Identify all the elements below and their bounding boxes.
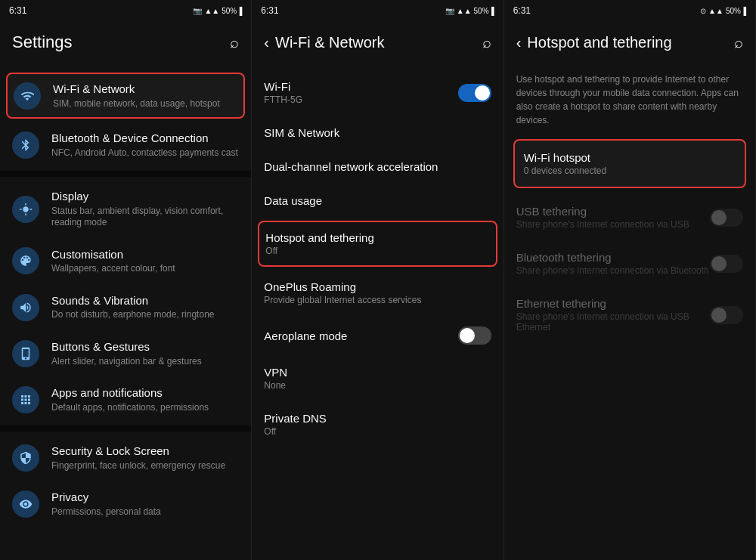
wifi-title: Wi-Fi [264,80,457,93]
hotspot-panel: 6:31 ⊙ ▲▲ 50%▐ ‹ Hotspot and tethering ⌕… [504,0,756,560]
bluetooth-item[interactable]: Bluetooth & Device Connection NFC, Andro… [0,122,251,168]
bt-tethering-toggle[interactable] [710,255,743,273]
search-icon-main[interactable]: ⌕ [230,34,239,51]
hotspot-tethering-item[interactable]: Hotspot and tethering Off [258,221,497,267]
search-icon-wifi[interactable]: ⌕ [482,34,491,51]
wifi-network-title: Wi-Fi & Network [53,82,237,97]
battery-icon-3: 50%▐ [726,7,746,15]
vpn-item[interactable]: VPN None [252,355,503,401]
usb-tethering-item[interactable]: USB tethering Share phone's Internet con… [504,194,755,240]
buttons-text: Buttons & Gestures Alert slider, navigat… [51,339,239,367]
wifi-header-title: Wi-Fi & Network [275,34,384,51]
eth-tethering-subtitle: Share phone's Internet connection via US… [516,311,710,333]
display-text: Display Status bar, ambient display, vis… [51,189,239,229]
bluetooth-icon [12,131,39,159]
bt-tethering-text: Bluetooth tethering Share phone's Intern… [516,251,710,276]
wifi-back-nav: ‹ Wi-Fi & Network [264,34,482,51]
usb-tethering-title: USB tethering [516,205,710,218]
status-icons-1: 📷 ▲▲ 50%▐ [193,7,242,15]
privacy-icon [12,490,39,518]
bluetooth-tethering-item[interactable]: Bluetooth tethering Share phone's Intern… [504,240,755,286]
data-usage-item[interactable]: Data usage [252,184,503,218]
status-icons-3: ⊙ ▲▲ 50%▐ [700,7,746,15]
wifi-toggle-knob [475,85,490,101]
private-dns-title: Private DNS [264,412,491,425]
apps-icon [12,386,39,413]
hotspot-tethering-title: Hotspot and tethering [265,231,489,244]
sounds-title: Sounds & Vibration [51,293,239,308]
wifi-network-item[interactable]: Wi-Fi & Network SIM, mobile network, dat… [6,73,245,119]
usb-tethering-subtitle: Share phone's Internet connection via US… [516,219,710,230]
signal-icon: ▲▲ [204,7,219,15]
usb-tethering-toggle[interactable] [710,209,743,227]
main-header: Settings ⌕ [0,21,251,63]
status-bar-1: 6:31 📷 ▲▲ 50%▐ [0,0,251,21]
bluetooth-text: Bluetooth & Device Connection NFC, Andro… [51,131,239,159]
wifi-settings-list: Wi-Fi FTTH-5G SIM & Network Dual-channel… [252,63,503,560]
security-text: Security & Lock Screen Fingerprint, face… [51,444,239,472]
wifi-subtitle: FTTH-5G [264,94,457,105]
bt-tethering-subtitle: Share phone's Internet connection via Bl… [516,265,710,276]
sim-network-title: SIM & Network [264,126,491,139]
security-item[interactable]: Security & Lock Screen Fingerprint, face… [0,435,251,481]
customisation-icon [12,247,39,274]
private-dns-item[interactable]: Private DNS Off [252,401,503,447]
wifi-network-text: Wi-Fi & Network SIM, mobile network, dat… [53,82,237,110]
buttons-icon [12,340,39,367]
status-time-3: 6:31 [513,5,531,16]
apps-title: Apps and notifications [51,385,239,401]
aeroplane-text: Aeroplane mode [264,330,457,342]
back-arrow-icon[interactable]: ‹ [264,34,269,51]
wifi-toggle-item[interactable]: Wi-Fi FTTH-5G [252,70,503,116]
usb-toggle-knob [711,210,727,225]
screenshot-icon-2: 📷 [445,7,454,15]
display-subtitle: Status bar, ambient display, vision comf… [51,206,239,229]
status-time-2: 6:31 [261,5,278,16]
security-title: Security & Lock Screen [51,444,239,459]
main-settings-list: Wi-Fi & Network SIM, mobile network, dat… [0,63,251,560]
eth-tethering-toggle[interactable] [710,306,743,324]
display-item[interactable]: Display Status bar, ambient display, vis… [0,180,251,238]
signal-icon-3: ▲▲ [708,7,723,15]
wifi-toggle[interactable] [458,84,491,102]
hotspot-tethering-subtitle: Off [265,246,489,256]
divider-2 [0,425,251,432]
hotspot-header: ‹ Hotspot and tethering ⌕ [504,21,755,63]
privacy-item[interactable]: Privacy Permissions, personal data [0,481,251,527]
hotspot-back-nav: ‹ Hotspot and tethering [516,34,734,51]
wifi-network-subtitle: SIM, mobile network, data usage, hotspot [53,98,237,110]
sim-network-item[interactable]: SIM & Network [252,116,503,150]
privacy-subtitle: Permissions, personal data [51,506,239,518]
apps-item[interactable]: Apps and notifications Default apps, not… [0,376,251,422]
eth-tethering-text: Ethernet tethering Share phone's Interne… [516,297,710,333]
back-arrow-icon-hotspot[interactable]: ‹ [516,34,522,51]
status-bar-2: 6:31 📷 ▲▲ 50%▐ [252,0,503,21]
apps-subtitle: Default apps, notifications, permissions [51,402,239,414]
aeroplane-item[interactable]: Aeroplane mode [252,316,503,355]
oneplus-roaming-item[interactable]: OnePlus Roaming Provide global Internet … [252,270,503,316]
vpn-subtitle: None [264,380,491,391]
screenshot-icon: 📷 [193,7,202,15]
search-icon-hotspot[interactable]: ⌕ [734,34,743,51]
dual-channel-item[interactable]: Dual-channel network acceleration [252,150,503,184]
bluetooth-subtitle: NFC, Android Auto, contactless payments … [51,147,239,159]
sounds-icon [12,294,39,321]
vpn-title: VPN [264,366,491,379]
buttons-item[interactable]: Buttons & Gestures Alert slider, navigat… [0,330,251,376]
oneplus-roaming-title: OnePlus Roaming [264,280,491,293]
customisation-text: Customisation Wallpapers, accent colour,… [51,247,239,275]
customisation-item[interactable]: Customisation Wallpapers, accent colour,… [0,238,251,284]
buttons-title: Buttons & Gestures [51,339,239,354]
sounds-item[interactable]: Sounds & Vibration Do not disturb, earph… [0,284,251,330]
bt-toggle-knob [711,256,727,271]
wifi-hotspot-item[interactable]: Wi-Fi hotspot 0 devices connected [513,139,746,188]
divider-1 [0,171,251,177]
private-dns-subtitle: Off [264,426,491,437]
bluetooth-title: Bluetooth & Device Connection [51,131,239,146]
wifi-network-icon [14,82,41,110]
aeroplane-toggle[interactable] [458,326,491,345]
battery-icon-2: 50%▐ [474,7,494,15]
ethernet-tethering-item[interactable]: Ethernet tethering Share phone's Interne… [504,286,755,343]
privacy-title: Privacy [51,490,239,505]
security-icon [12,444,39,472]
